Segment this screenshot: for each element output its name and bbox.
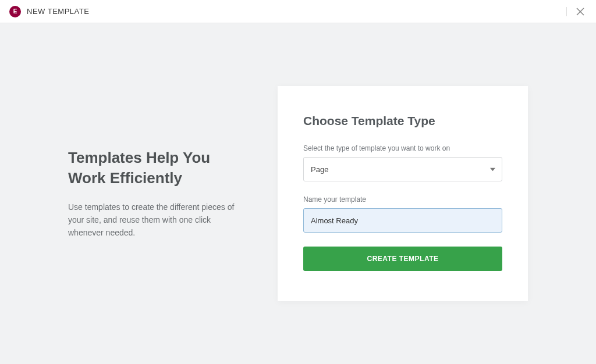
modal-title: New Template — [27, 7, 89, 16]
logo-letter: E — [13, 8, 17, 15]
template-form-card: Choose Template Type Select the type of … — [278, 86, 528, 301]
intro-subtext: Use templates to create the different pi… — [68, 201, 243, 240]
header-left: E New Template — [9, 6, 89, 17]
template-name-input[interactable] — [303, 208, 502, 233]
intro-heading: Templates Help You Work Efficiently — [68, 148, 243, 188]
elementor-logo-icon: E — [9, 6, 21, 17]
template-name-label: Name your template — [303, 195, 502, 204]
close-button[interactable] — [574, 5, 587, 18]
template-type-label: Select the type of template you want to … — [303, 144, 502, 152]
modal-header: E New Template — [0, 0, 596, 23]
header-right — [566, 5, 587, 18]
template-type-value: Page — [311, 165, 328, 174]
form-heading: Choose Template Type — [303, 114, 502, 128]
header-divider — [566, 7, 567, 16]
intro-column: Templates Help You Work Efficiently Use … — [68, 148, 243, 239]
template-type-select-wrap: Page — [303, 157, 502, 181]
create-template-button[interactable]: Create Template — [303, 247, 502, 271]
close-icon — [576, 8, 584, 16]
template-type-select[interactable]: Page — [303, 157, 502, 181]
modal-body: Templates Help You Work Efficiently Use … — [0, 23, 596, 364]
